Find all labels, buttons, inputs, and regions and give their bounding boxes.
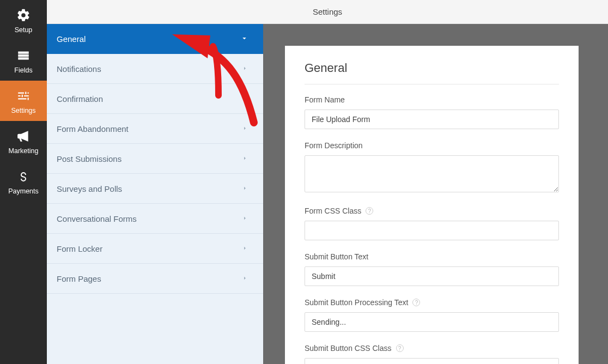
settings-item-post-submissions[interactable]: Post Submissions [47,144,263,174]
help-icon[interactable]: ? [412,299,420,306]
settings-item-label: Surveys and Polls [57,184,122,193]
chevron-right-icon [242,274,248,283]
rail-label: Payments [8,187,39,195]
submit-text-label: Submit Button Text [305,252,559,261]
submit-processing-label: Submit Button Processing Text [305,298,408,307]
form-css-class-label: Form CSS Class [305,207,361,215]
general-panel: General Form Name Form Description Form … [285,46,579,364]
form-name-input[interactable] [305,110,559,129]
content-area: General Form Name Form Description Form … [263,24,608,364]
sliders-icon [16,88,31,104]
gear-icon [16,8,31,23]
submit-css-class-input[interactable] [305,358,559,364]
topbar: Settings [47,0,608,24]
settings-item-label: Conversational Forms [57,214,137,223]
chevron-right-icon [242,94,248,103]
settings-item-confirmation[interactable]: Confirmation [47,84,263,114]
settings-item-general[interactable]: General [47,24,263,54]
form-css-class-input[interactable] [305,221,559,240]
settings-item-label: Form Pages [57,274,101,283]
rail-item-fields[interactable]: Fields [0,40,47,81]
left-rail: Setup Fields Settings Marketing Payments [0,0,47,364]
chevron-right-icon [242,184,248,193]
form-description-textarea[interactable] [305,155,559,192]
form-description-label: Form Description [305,141,559,150]
rail-label: Settings [11,107,35,114]
settings-item-surveys-polls[interactable]: Surveys and Polls [47,174,263,204]
chevron-right-icon [242,244,248,253]
submit-text-input[interactable] [305,266,559,286]
help-icon[interactable]: ? [396,344,404,352]
settings-item-form-pages[interactable]: Form Pages [47,264,263,294]
rail-item-settings[interactable]: Settings [0,81,47,121]
dollar-icon [16,169,31,184]
chevron-down-icon [241,35,248,44]
rail-item-payments[interactable]: Payments [0,161,47,202]
submit-css-class-label: Submit Button CSS Class [305,344,392,353]
chevron-right-icon [242,64,248,73]
form-name-label: Form Name [305,95,559,104]
rail-label: Setup [15,26,33,34]
settings-item-abandonment[interactable]: Form Abandonment [47,114,263,144]
help-icon[interactable]: ? [366,207,373,215]
rail-item-marketing[interactable]: Marketing [0,121,47,161]
settings-item-conversational-forms[interactable]: Conversational Forms [47,204,263,234]
rail-item-setup[interactable]: Setup [0,0,47,40]
list-icon [16,48,31,63]
panel-heading: General [305,61,559,84]
settings-item-notifications[interactable]: Notifications [47,54,263,84]
settings-item-label: General [57,34,86,44]
topbar-title: Settings [313,7,342,16]
chevron-right-icon [242,124,248,133]
settings-item-label: Form Locker [57,244,102,253]
chevron-right-icon [242,154,248,163]
settings-item-label: Post Submissions [57,154,121,163]
settings-item-label: Notifications [57,64,101,74]
bullhorn-icon [16,129,31,144]
settings-menu: General Notifications Confirmation [47,24,263,364]
rail-label: Fields [14,66,32,74]
settings-item-form-locker[interactable]: Form Locker [47,234,263,264]
settings-item-label: Confirmation [57,94,103,104]
rail-label: Marketing [9,147,39,155]
chevron-right-icon [242,214,248,223]
submit-processing-input[interactable] [305,312,559,332]
settings-item-label: Form Abandonment [57,124,129,134]
